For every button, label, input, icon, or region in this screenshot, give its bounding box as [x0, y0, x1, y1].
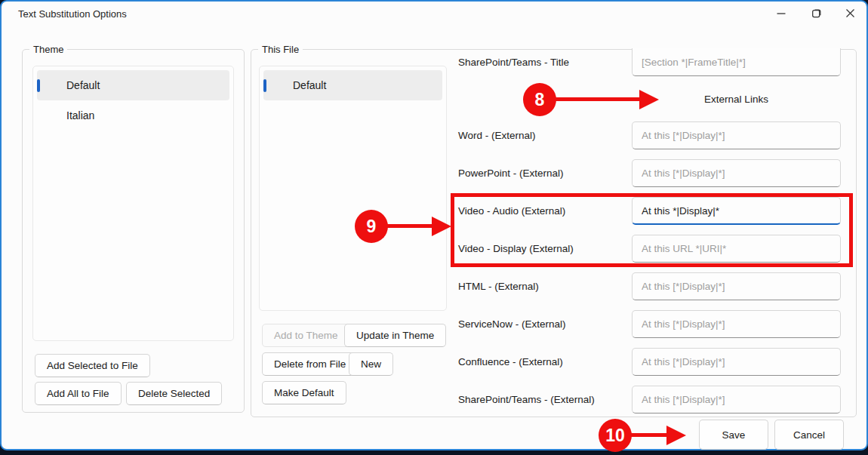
- step-10-arrow: [629, 433, 667, 437]
- make-default-button[interactable]: Make Default: [262, 381, 346, 404]
- list-item-default[interactable]: Default: [263, 70, 442, 100]
- field-label-sharepoint-teams-external: SharePoint/Teams - (External): [458, 386, 628, 413]
- step-10-arrowhead-icon: [666, 426, 686, 445]
- field-label-powerpoint-external: PowerPoint - (External): [458, 159, 628, 187]
- field-input-sharepoint-teams-title[interactable]: [632, 48, 841, 76]
- delete-from-file-button[interactable]: Delete from File: [262, 352, 358, 376]
- field-input-word-external[interactable]: [632, 121, 841, 149]
- cancel-button[interactable]: Cancel: [774, 420, 844, 450]
- list-item-default[interactable]: Default: [37, 70, 229, 100]
- new-button[interactable]: New: [349, 352, 393, 376]
- save-button[interactable]: Save: [699, 420, 768, 450]
- this-file-list: Default: [259, 66, 447, 311]
- list-item-italian[interactable]: Italian: [37, 100, 229, 131]
- add-to-theme-button[interactable]: Add to Theme: [262, 324, 350, 347]
- field-label-word-external: Word - (External): [458, 121, 628, 149]
- step-9-arrow: [386, 224, 433, 228]
- section-header-external-links: External Links: [632, 87, 841, 111]
- step-9-badge: 9: [355, 210, 388, 243]
- field-input-sharepoint-teams-external[interactable]: [632, 386, 841, 413]
- theme-list: DefaultItalian: [32, 66, 234, 341]
- window-title: Text Substitution Options: [18, 8, 127, 20]
- field-input-powerpoint-external[interactable]: [632, 159, 841, 187]
- add-all-to-file-button[interactable]: Add All to File: [35, 382, 122, 405]
- step-8-arrow: [555, 97, 640, 101]
- field-label-html-external: HTML - (External): [458, 272, 628, 300]
- theme-group-label: Theme: [29, 44, 67, 55]
- update-in-theme-button[interactable]: Update in Theme: [344, 324, 446, 347]
- field-label-confluence-external: Confluence - (External): [458, 348, 628, 376]
- step-9-arrowhead-icon: [432, 217, 451, 236]
- step-8-arrowhead-icon: [639, 90, 659, 109]
- text-substitution-options-dialog: Text Substitution Options Theme This Fil…: [0, 0, 868, 450]
- field-label-sharepoint-teams-title: SharePoint/Teams - Title: [458, 48, 628, 76]
- field-label-servicenow-external: ServiceNow - (External): [458, 310, 628, 338]
- step-8-badge: 8: [523, 83, 556, 116]
- step-10-badge: 10: [599, 419, 632, 452]
- highlight-rectangle: [451, 193, 853, 267]
- field-input-servicenow-external[interactable]: [632, 310, 841, 338]
- field-input-html-external[interactable]: [632, 272, 841, 300]
- add-selected-to-file-button[interactable]: Add Selected to File: [35, 354, 150, 377]
- this-file-group-label: This File: [258, 44, 303, 55]
- delete-selected-button[interactable]: Delete Selected: [126, 382, 222, 405]
- field-input-confluence-external[interactable]: [632, 348, 841, 376]
